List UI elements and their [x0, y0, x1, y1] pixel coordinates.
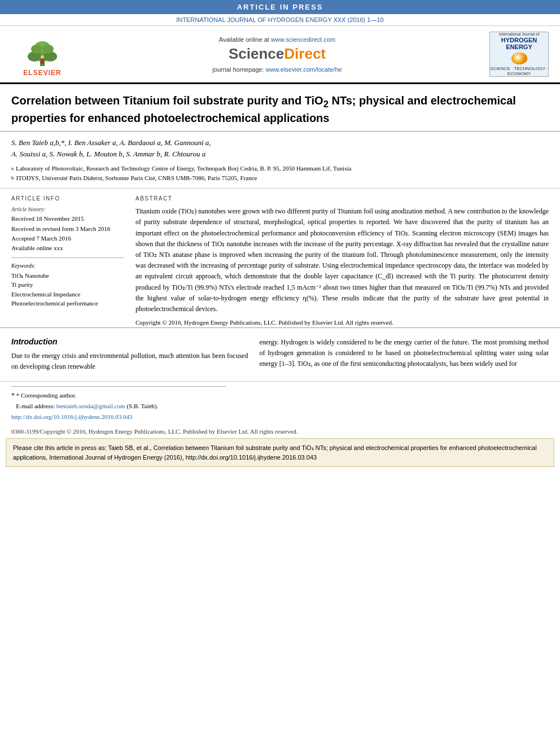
affiliations: a Laboratory of Photovoltaic, Research a…	[11, 164, 549, 182]
abstract-copyright: Copyright © 2016, Hydrogen Energy Public…	[135, 318, 549, 327]
journal-homepage-url[interactable]: www.elsevier.com/locate/he	[266, 66, 342, 73]
article-history-label: Article history:	[11, 206, 124, 212]
keywords-label: Keywords:	[11, 263, 124, 269]
science-text: Science	[229, 45, 284, 62]
direct-text: Direct	[284, 45, 326, 62]
body-right: energy. Hydrogen is widely considered to…	[259, 337, 549, 372]
intro-right-text: energy. Hydrogen is widely considered to…	[259, 337, 549, 370]
svg-point-8	[41, 55, 44, 59]
authors-line-2: A. Souissi a, S. Nowak b, L. Mouton b, S…	[11, 148, 549, 160]
received-date: Received 18 November 2015	[11, 215, 124, 223]
email-footnote: E-mail address: bentaieb.senda@gmail.com…	[11, 401, 549, 411]
authors-line-1: S. Ben Taieb a,b,*, I. Ben Assaker a, A.…	[11, 137, 549, 149]
keyword-2: Ti purity	[11, 280, 124, 290]
footnote-divider	[11, 386, 226, 387]
header-section: ELSEVIER Available online at www.science…	[0, 26, 560, 84]
svg-point-6	[42, 45, 54, 54]
abstract-heading: ABSTRACT	[135, 195, 549, 202]
article-info-col: ARTICLE INFO Article history: Received 1…	[11, 195, 124, 327]
affiliation-b: b ITODYS, Université Paris Diderot, Sorb…	[11, 173, 549, 183]
hydrogen-energy-logo: International Journal of HYDROGENENERGY …	[481, 32, 549, 77]
he-logo-circle	[511, 53, 527, 64]
elsevier-logo: ELSEVIER	[11, 32, 73, 77]
divider	[11, 257, 124, 258]
available-date: Available online xxx	[11, 244, 124, 252]
available-online: Available online at www.sciencedirect.co…	[73, 36, 481, 43]
intro-title: Introduction	[11, 337, 248, 346]
keyword-1: TiO₂ Nanotube	[11, 271, 124, 281]
journal-homepage: journal homepage: www.elsevier.com/locat…	[73, 66, 481, 73]
two-col-section: ARTICLE INFO Article history: Received 1…	[0, 189, 560, 327]
affiliation-b-text: ITODYS, Université Paris Diderot, Sorbon…	[16, 173, 257, 183]
received-revised-date: Received in revised form 3 March 2016	[11, 225, 124, 233]
sciencedirect-url[interactable]: www.sciencedirect.com	[271, 36, 335, 43]
journal-title-bar: INTERNATIONAL JOURNAL OF HYDROGEN ENERGY…	[0, 14, 560, 26]
abstract-col: ABSTRACT Titanium oxide (TiO₂) nanotubes…	[135, 195, 549, 327]
sciencedirect-logo: ScienceDirect	[73, 45, 481, 63]
elsevier-text: ELSEVIER	[23, 69, 61, 77]
corresponding-author: * * Corresponding author.	[11, 390, 549, 400]
svg-point-5	[31, 45, 42, 54]
body-left: Introduction Due to the energy crisis an…	[11, 337, 248, 372]
keyword-4: Photoelectrochemical performance	[11, 299, 124, 308]
affiliation-a: a Laboratory of Photovoltaic, Research a…	[11, 164, 549, 173]
article-title: Correlation between Titanium foil substr…	[11, 93, 549, 125]
doi-footnote: http://dx.doi.org/10.1016/j.ijhydene.201…	[11, 412, 549, 422]
article-title-section: Correlation between Titanium foil substr…	[0, 84, 560, 132]
abstract-text: Titanium oxide (TiO₂) nanotubes were gro…	[135, 206, 549, 314]
citation-bar: Please cite this article in press as: Ta…	[6, 438, 554, 467]
header-center: Available online at www.sciencedirect.co…	[73, 36, 481, 73]
accepted-date: Accepted 7 March 2016	[11, 234, 124, 243]
keyword-3: Electrochemical Impedance	[11, 290, 124, 299]
article-in-press-banner: ARTICLE IN PRESS	[0, 0, 560, 14]
affiliation-a-text: Laboratory of Photovoltaic, Research and…	[16, 164, 351, 173]
article-info-heading: ARTICLE INFO	[11, 195, 124, 202]
intro-left-text: Due to the energy crisis and environment…	[11, 351, 248, 372]
footnotes-section: * * Corresponding author. E-mail address…	[0, 381, 560, 427]
authors-section: S. Ben Taieb a,b,*, I. Ben Assaker a, A.…	[0, 132, 560, 189]
email-link[interactable]: bentaieb.senda@gmail.com	[56, 403, 125, 409]
copyright-footer: 0360-3199/Copyright © 2016, Hydrogen Ene…	[0, 427, 560, 438]
doi-link[interactable]: http://dx.doi.org/10.1016/j.ijhydene.201…	[11, 413, 133, 420]
body-section: Introduction Due to the energy crisis an…	[0, 328, 560, 381]
svg-rect-7	[41, 58, 44, 64]
